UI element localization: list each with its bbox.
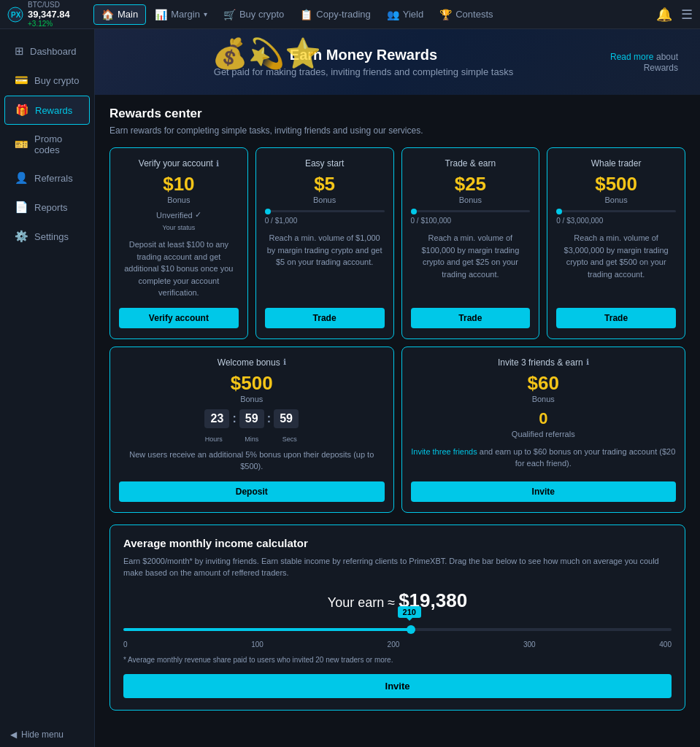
mark-200: 200 <box>388 640 400 649</box>
sidebar-buycrypto-label: Buy crypto <box>34 75 79 86</box>
sidebar: ⊞ Dashboard 💳 Buy crypto 🎁 Rewards ➜ 🎫 P… <box>0 29 95 747</box>
sidebar-item-promocodes[interactable]: 🎫 Promo codes <box>4 126 90 163</box>
trade-earn-progress-bar <box>411 210 531 212</box>
trade-earn-progress-label: 0 / $100,000 <box>411 217 452 225</box>
whale-trader-card: Whale trader $500 Bonus 0 / $3,000,000 R… <box>547 147 685 339</box>
whale-trader-title: Whale trader <box>591 158 642 169</box>
nav-contests-label: Contests <box>455 9 493 20</box>
trade-earn-title: Trade & earn <box>445 158 496 169</box>
whale-trader-desc: Reach a min. volume of $3,000,000 by mar… <box>556 232 676 299</box>
verify-status-sublabel: Your status <box>163 224 196 231</box>
sidebar-settings-label: Settings <box>34 231 69 242</box>
top-navigation: PX BTC/USD 39,347.84 +3.12% 🏠 Main 📊 Mar… <box>0 0 700 29</box>
sidebar-item-referrals[interactable]: 👤 Referrals <box>4 164 90 192</box>
welcome-timer: 23 : 59 : 59 <box>204 409 299 428</box>
invite-friends-desc: Invite three friends and earn up to $60 … <box>411 446 677 473</box>
sidebar-item-buycrypto[interactable]: 💳 Buy crypto <box>4 66 90 94</box>
trade-earn-desc: Reach a min. volume of $100,000 by margi… <box>411 232 531 299</box>
income-calculator-card: Average monthly income calculator Earn $… <box>109 525 685 711</box>
sidebar-promocodes-label: Promo codes <box>34 133 80 155</box>
trade-earn-card: Trade & earn $25 Bonus 0 / $100,000 Reac… <box>401 147 540 339</box>
timer-hours: 23 <box>204 409 229 428</box>
btc-pair-label: BTC/USD <box>28 1 70 9</box>
slider-marks: 0 100 200 300 400 <box>123 640 672 649</box>
easy-start-amount: $5 <box>314 173 335 196</box>
calculator-invite-button[interactable]: Invite <box>123 674 672 698</box>
easy-start-bonus-label: Bonus <box>313 196 336 204</box>
nav-item-copytrading[interactable]: 📋 Copy-trading <box>293 5 377 24</box>
btc-price-value: 39,347.84 <box>28 9 70 20</box>
copy-icon: 📋 <box>300 9 312 20</box>
easy-start-progress-bar <box>265 210 385 212</box>
section-title: Rewards center <box>109 107 685 121</box>
whale-trader-trade-button[interactable]: Trade <box>556 308 676 328</box>
easy-start-trade-button[interactable]: Trade <box>265 308 385 328</box>
nav-item-buycrypto[interactable]: 🛒 Buy crypto <box>216 5 291 24</box>
chevron-down-icon: ▾ <box>204 10 207 18</box>
home-icon: 🏠 <box>101 9 114 20</box>
calculator-earn-label: Your earn ≈ <box>328 595 395 610</box>
trade-earn-amount: $25 <box>455 173 486 196</box>
trade-earn-progress-dot <box>411 209 417 214</box>
verify-card-title: Verify your account ℹ <box>139 158 219 169</box>
sidebar-dashboard-label: Dashboard <box>30 46 77 57</box>
verify-card-desc: Deposit at least $100 to any trading acc… <box>119 239 239 299</box>
logo-area: PX BTC/USD 39,347.84 +3.12% <box>7 1 88 28</box>
referrals-icon: 👤 <box>15 171 28 185</box>
mark-300: 300 <box>523 640 536 649</box>
verify-account-button[interactable]: Verify account <box>119 308 239 328</box>
calculator-description: Earn $2000/month* by inviting friends. E… <box>123 555 672 579</box>
invite-friends-button[interactable]: Invite <box>411 481 677 502</box>
invite-three-friends-link[interactable]: Invite three friends <box>411 447 477 456</box>
verify-bonus-label: Bonus <box>167 196 190 204</box>
welcome-info-icon[interactable]: ℹ <box>283 357 286 367</box>
timer-secs: 59 <box>274 409 299 428</box>
welcome-bonus-amount: $500 <box>231 372 273 395</box>
notifications-button[interactable]: 🔔 <box>656 7 672 23</box>
timer-labels: Hours Mins Secs <box>201 436 302 443</box>
svg-text:PX: PX <box>11 11 21 19</box>
sidebar-item-rewards[interactable]: 🎁 Rewards ➜ <box>4 96 90 125</box>
secs-label: Secs <box>277 436 302 443</box>
easy-start-card: Easy start $5 Bonus 0 / $1,000 Reach a m… <box>255 147 394 339</box>
timer-sep-2: : <box>267 412 271 425</box>
nav-copytrading-label: Copy-trading <box>316 9 370 20</box>
traders-slider[interactable] <box>123 628 672 631</box>
whale-trader-bonus-label: Bonus <box>605 196 628 204</box>
hours-label: Hours <box>201 436 226 443</box>
main-layout: ⊞ Dashboard 💳 Buy crypto 🎁 Rewards ➜ 🎫 P… <box>0 29 700 747</box>
trade-earn-trade-button[interactable]: Trade <box>411 308 531 328</box>
buycrypto-icon: 💳 <box>15 74 28 87</box>
welcome-bonus-title: Welcome bonus ℹ <box>218 357 286 368</box>
hamburger-menu-button[interactable]: ☰ <box>681 7 693 23</box>
nav-yield-label: Yield <box>403 9 423 20</box>
calculator-title: Average monthly income calculator <box>123 537 672 549</box>
sidebar-item-settings[interactable]: ⚙️ Settings <box>4 222 90 250</box>
nav-item-yield[interactable]: 👥 Yield <box>380 5 431 24</box>
sidebar-item-reports[interactable]: 📄 Reports <box>4 193 90 221</box>
banner-subtitle: Get paid for making trades, inviting fri… <box>117 66 610 77</box>
banner: 💰💫⭐ Earn Money Rewards Get paid for maki… <box>95 29 700 95</box>
welcome-bonus-label: Bonus <box>240 395 263 403</box>
trophy-icon: 🏆 <box>439 9 452 20</box>
verify-info-icon[interactable]: ℹ <box>216 159 219 169</box>
nav-item-margin[interactable]: 📊 Margin ▾ <box>147 5 215 24</box>
easy-start-progress-label: 0 / $1,000 <box>265 217 298 225</box>
slider-container: 210 <box>123 622 672 633</box>
nav-item-main[interactable]: 🏠 Main <box>93 4 146 25</box>
whale-trader-progress-label: 0 / $3,000,000 <box>556 217 603 225</box>
welcome-deposit-button[interactable]: Deposit <box>119 481 385 502</box>
slider-tooltip: 210 <box>398 606 421 618</box>
easy-start-progress-dot <box>265 209 271 214</box>
hide-menu-button[interactable]: ◀ Hide menu <box>0 722 94 747</box>
banner-read-more-link[interactable]: Read more <box>610 52 653 62</box>
banner-center: Earn Money Rewards Get paid for making t… <box>117 47 610 77</box>
mins-label: Mins <box>239 436 264 443</box>
nav-item-contests[interactable]: 🏆 Contests <box>432 5 500 24</box>
invite-info-icon[interactable]: ℹ <box>586 357 589 367</box>
nav-right-area: 🔔 ☰ <box>656 7 693 23</box>
mark-400: 400 <box>659 640 672 649</box>
verify-card-amount: $10 <box>163 173 194 196</box>
invite-friends-title: Invite 3 friends & earn ℹ <box>498 357 589 368</box>
sidebar-item-dashboard[interactable]: ⊞ Dashboard <box>4 37 90 65</box>
